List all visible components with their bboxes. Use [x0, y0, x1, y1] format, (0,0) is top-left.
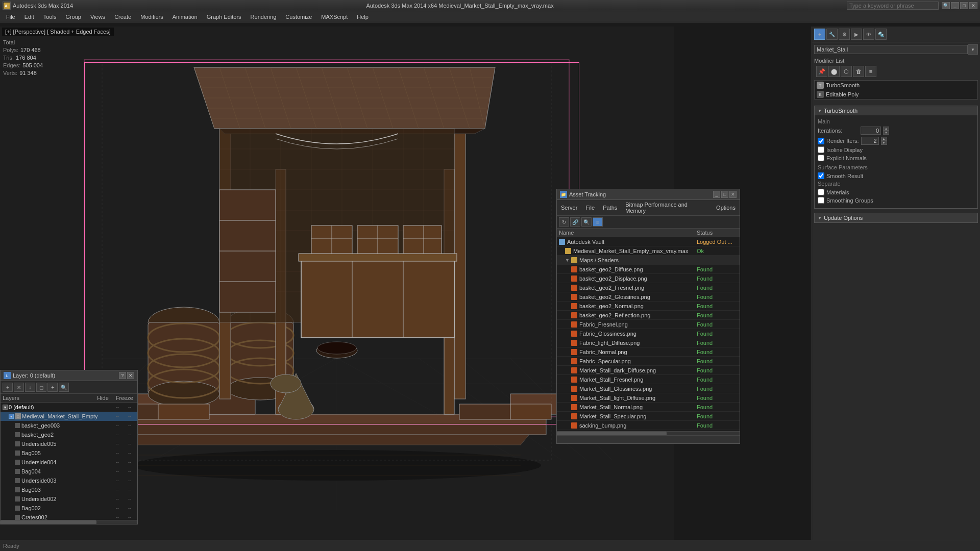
smooth-result-checkbox[interactable] [818, 172, 824, 179]
at-file-item[interactable]: basket_geo2_Normal.png Found [557, 302, 740, 311]
layers-find-btn[interactable]: 🔍 [59, 383, 69, 392]
editable-poly-modifier-item[interactable]: E Editable Poly [815, 90, 977, 99]
at-menu-bitmap-perf[interactable]: Bitmap Performance and Memory [623, 201, 710, 214]
at-connect-btn[interactable]: 🔗 [570, 217, 580, 227]
display-tab-icon[interactable]: 👁 [863, 29, 874, 40]
explicit-normals-checkbox[interactable] [818, 155, 824, 161]
at-find-files-btn[interactable]: 🔍 [581, 217, 592, 227]
minimize-button[interactable]: _ [951, 2, 959, 9]
iterations-up[interactable]: ▲ [883, 127, 889, 131]
menu-animation[interactable]: Animation [168, 13, 202, 21]
turbosmooth-header[interactable]: ▼ TurboSmooth [815, 106, 977, 115]
modify-tab-icon[interactable]: 🔧 [826, 29, 838, 40]
update-options-header[interactable]: ▼ Update Options [815, 213, 977, 222]
at-close-btn[interactable]: ✕ [729, 191, 737, 198]
smoothing-groups-checkbox[interactable] [818, 197, 824, 204]
at-file-item[interactable]: sacking_diffuse.png Found [557, 430, 740, 431]
layer-item-default[interactable]: ▼ 0 (default) -- -- [1, 403, 137, 412]
menu-file[interactable]: File [2, 13, 19, 21]
layer-item[interactable]: Underside004---- [1, 458, 137, 467]
at-menu-server[interactable]: Server [559, 204, 579, 211]
utilities-tab-icon[interactable]: 🔩 [875, 29, 887, 40]
at-file-item[interactable]: basket_geo2_Glossines.png Found [557, 292, 740, 302]
at-file-item[interactable]: Market_Stall_dark_Diffuse.png Found [557, 366, 740, 375]
at-max-file-item[interactable]: Medieval_Market_Stall_Empty_max_vray.max… [557, 246, 740, 256]
at-file-item[interactable]: Market_Stall_Fresnel.png Found [557, 375, 740, 384]
at-scrollbar[interactable] [557, 431, 740, 435]
create-tab-icon[interactable]: + [814, 29, 825, 40]
layer-item[interactable]: Crates002---- [1, 513, 137, 520]
layer-item[interactable]: Underside005---- [1, 439, 137, 448]
layer-item[interactable]: Bag005---- [1, 448, 137, 458]
at-file-item[interactable]: basket_geo2_Fresnel.png Found [557, 283, 740, 292]
search-input[interactable] [847, 2, 939, 10]
make-unique-btn[interactable]: ⬡ [841, 66, 852, 77]
at-minimize-btn[interactable]: _ [713, 191, 720, 198]
at-file-item[interactable]: basket_geo2_Displace.png Found [557, 274, 740, 283]
layers-scrollbar[interactable] [1, 520, 137, 524]
at-refresh-btn[interactable]: ↻ [559, 217, 569, 227]
layer-item[interactable]: basket_geo2---- [1, 430, 137, 439]
at-menu-file[interactable]: File [583, 204, 597, 211]
at-file-item[interactable]: Market_Stall_Specular.png Found [557, 412, 740, 421]
layer-item[interactable]: Underside003---- [1, 476, 137, 485]
at-file-item[interactable]: Fabric_Normal.png Found [557, 347, 740, 357]
iterations-spinner[interactable]: ▲ ▼ [883, 127, 889, 135]
layer-item[interactable]: Bag002---- [1, 504, 137, 513]
menu-customize[interactable]: Customize [281, 13, 316, 21]
menu-tools[interactable]: Tools [39, 13, 61, 21]
layer-item[interactable]: Bag003---- [1, 485, 137, 494]
menu-edit[interactable]: Edit [20, 13, 38, 21]
restore-button[interactable]: □ [960, 2, 968, 9]
at-file-item[interactable]: basket_geo2_Diffuse.png Found [557, 265, 740, 274]
menu-group[interactable]: Group [61, 13, 85, 21]
menu-views[interactable]: Views [86, 13, 109, 21]
render-iters-input[interactable] [861, 137, 879, 145]
render-iters-down[interactable]: ▼ [881, 141, 887, 145]
menu-maxscript[interactable]: MAXScript [317, 13, 352, 21]
iterations-input[interactable] [861, 127, 881, 135]
render-iters-checkbox[interactable] [818, 138, 824, 144]
layers-scrollbar-thumb[interactable] [1, 520, 96, 524]
at-file-item[interactable]: Market_Stall_Normal.png Found [557, 403, 740, 412]
menu-help[interactable]: Help [353, 13, 373, 21]
turbosmooth-modifier-item[interactable]: T TurboSmooth [815, 81, 977, 90]
motion-tab-icon[interactable]: ▶ [851, 29, 862, 40]
layers-close-button[interactable]: ✕ [127, 372, 134, 379]
modifier-name-input[interactable] [814, 45, 968, 54]
layer-item[interactable]: Underside002---- [1, 494, 137, 504]
isoline-checkbox[interactable] [818, 146, 824, 153]
at-list-view-btn[interactable]: ≡ [593, 217, 603, 227]
at-file-item[interactable]: Market_Stall_Glossiness.png Found [557, 384, 740, 393]
layers-add-selected-btn[interactable]: ↓ [25, 383, 35, 392]
at-file-item[interactable]: Fabric_Glossiness.png Found [557, 329, 740, 338]
materials-checkbox[interactable] [818, 189, 824, 195]
menu-rendering[interactable]: Rendering [247, 13, 281, 21]
menu-modifiers[interactable]: Modifiers [136, 13, 167, 21]
render-iters-spinner[interactable]: ▲ ▼ [881, 137, 887, 145]
layer-item[interactable]: Bag004---- [1, 467, 137, 476]
configure-modifier-sets-btn[interactable]: ≡ [865, 66, 876, 77]
search-button[interactable]: 🔍 [942, 2, 950, 9]
at-menu-options[interactable]: Options [714, 204, 738, 211]
at-file-item[interactable]: Fabric_light_Diffuse.png Found [557, 338, 740, 347]
at-file-item[interactable]: sacking_bump.png Found [557, 421, 740, 430]
at-file-item[interactable]: Fabric_Fresnel.png Found [557, 320, 740, 329]
layers-select-btn[interactable]: ◻ [36, 383, 46, 392]
menu-create[interactable]: Create [110, 13, 135, 21]
layer-item-medieval[interactable]: ▼ □ Medieval_Market_Stall_Empty -- -- [1, 412, 137, 421]
at-file-item[interactable]: Market_Stall_light_Diffuse.png Found [557, 393, 740, 403]
modifier-name-dropdown[interactable]: ▼ [968, 44, 978, 55]
iterations-down[interactable]: ▼ [883, 131, 889, 135]
close-button[interactable]: ✕ [969, 2, 977, 9]
render-iters-up[interactable]: ▲ [881, 137, 887, 141]
at-maps-folder-item[interactable]: ▼ Maps / Shaders [557, 256, 740, 265]
layers-help-button[interactable]: ? [119, 372, 126, 379]
hierarchy-tab-icon[interactable]: ⚙ [839, 29, 850, 40]
layers-set-current-btn[interactable]: ✦ [47, 383, 58, 392]
menu-graph-editors[interactable]: Graph Editors [203, 13, 246, 21]
remove-modifier-btn[interactable]: 🗑 [853, 66, 864, 77]
pin-stack-btn[interactable]: 📌 [816, 66, 827, 77]
layers-delete-btn[interactable]: ✕ [14, 383, 24, 392]
layer-item[interactable]: basket_geo003---- [1, 421, 137, 430]
